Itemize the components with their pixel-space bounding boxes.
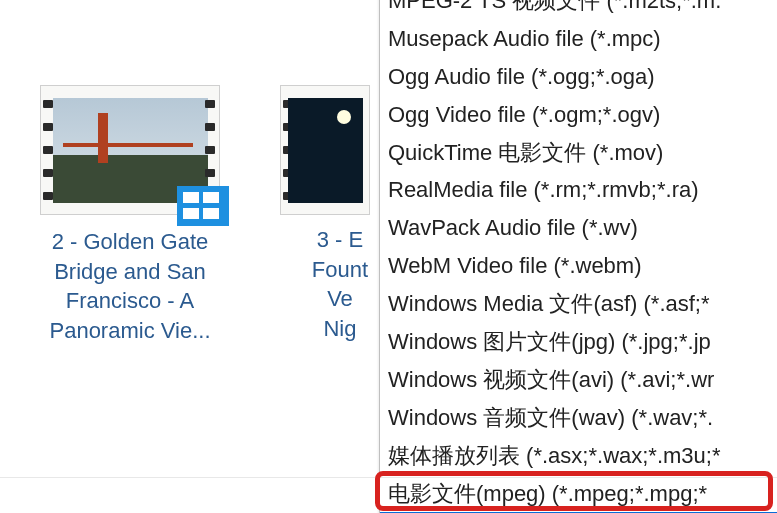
dropdown-option[interactable]: Ogg Audio file (*.ogg;*.oga) bbox=[380, 58, 777, 96]
file-label: 3 - E Fount Ve Nig bbox=[295, 225, 385, 344]
file-label: 2 - Golden Gate Bridge and San Francisco… bbox=[35, 227, 225, 346]
dropdown-option[interactable]: RealMedia file (*.rm;*.rmvb;*.ra) bbox=[380, 171, 777, 209]
dropdown-option[interactable]: 电影文件(mpeg) (*.mpeg;*.mpg;* bbox=[380, 475, 777, 513]
dropdown-list: MPEG-2 TS 视频文件 (*.m2ts;*.m. Musepack Aud… bbox=[380, 0, 777, 513]
dropdown-option[interactable]: QuickTime 电影文件 (*.mov) bbox=[380, 134, 777, 172]
video-badge-icon bbox=[177, 186, 229, 226]
dropdown-option[interactable]: Ogg Video file (*.ogm;*.ogv) bbox=[380, 96, 777, 134]
file-item[interactable]: 2 - Golden Gate Bridge and San Francisco… bbox=[40, 85, 220, 480]
dropdown-option[interactable]: 媒体播放列表 (*.asx;*.wax;*.m3u;* bbox=[380, 437, 777, 475]
dropdown-option[interactable]: Windows 音频文件(wav) (*.wav;*. bbox=[380, 399, 777, 437]
dropdown-option[interactable]: Musepack Audio file (*.mpc) bbox=[380, 20, 777, 58]
thumbnail-image bbox=[288, 98, 363, 203]
video-thumbnail bbox=[40, 85, 220, 215]
video-thumbnail bbox=[280, 85, 370, 215]
dropdown-option[interactable]: WebM Video file (*.webm) bbox=[380, 247, 777, 285]
dropdown-option[interactable]: MPEG-2 TS 视频文件 (*.m2ts;*.m. bbox=[380, 0, 777, 20]
dropdown-option[interactable]: Windows 图片文件(jpg) (*.jpg;*.jp bbox=[380, 323, 777, 361]
divider bbox=[0, 477, 777, 478]
dropdown-option[interactable]: WavPack Audio file (*.wv) bbox=[380, 209, 777, 247]
file-type-dropdown[interactable]: MPEG-2 TS 视频文件 (*.m2ts;*.m. Musepack Aud… bbox=[379, 0, 777, 513]
dropdown-option[interactable]: Windows Media 文件(asf) (*.asf;* bbox=[380, 285, 777, 323]
dropdown-option[interactable]: Windows 视频文件(avi) (*.avi;*.wr bbox=[380, 361, 777, 399]
